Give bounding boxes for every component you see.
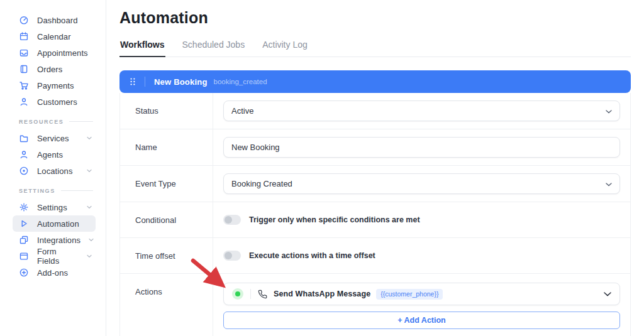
- conditional-label: Conditional: [120, 202, 213, 237]
- sidebar-item-appointments[interactable]: Appointments: [13, 45, 96, 61]
- workflow-settings-table: Status Active Name: [119, 93, 631, 336]
- status-select[interactable]: Active: [223, 100, 620, 121]
- sidebar-item-integrations[interactable]: Integrations: [13, 232, 96, 248]
- time-offset-label: Time offset: [120, 238, 213, 273]
- tab-activity-log[interactable]: Activity Log: [262, 38, 308, 57]
- chevron-down-icon: [606, 179, 612, 188]
- book-icon: [19, 64, 29, 74]
- conditional-toggle[interactable]: [223, 215, 241, 225]
- actions-label: Actions: [120, 274, 213, 336]
- sidebar-item-label: Services: [37, 134, 69, 143]
- conditional-toggle-text: Trigger only when specific conditions ar…: [249, 215, 420, 224]
- sidebar-item-label: Payments: [37, 81, 74, 90]
- folder-icon: [19, 133, 29, 143]
- sidebar-item-services[interactable]: Services: [13, 130, 96, 146]
- action-title: Send WhatsApp Message: [274, 290, 370, 298]
- sidebar-item-label: Calendar: [37, 32, 71, 41]
- phone-icon: [258, 290, 267, 299]
- name-input[interactable]: [223, 137, 620, 158]
- sidebar-item-agents[interactable]: Agents: [13, 146, 96, 163]
- sidebar-item-label: Automation: [37, 219, 79, 229]
- sidebar-item-locations[interactable]: Locations: [13, 163, 96, 179]
- person-icon: [19, 149, 29, 160]
- sidebar-item-dashboard[interactable]: Dashboard: [13, 12, 96, 28]
- sidebar-item-settings[interactable]: Settings: [13, 199, 96, 215]
- divider: [145, 77, 145, 87]
- action-variable-badge: {{customer_phone}}: [376, 289, 443, 300]
- sidebar-item-label: Customers: [37, 97, 77, 107]
- app-screen: Dashboard Calendar Appointments Orders P: [0, 0, 644, 336]
- sidebar-item-calendar[interactable]: Calendar: [13, 28, 96, 45]
- sidebar-item-label: Orders: [37, 65, 62, 74]
- tab-workflows[interactable]: Workflows: [119, 38, 165, 57]
- sidebar-item-customers[interactable]: Customers: [13, 94, 96, 110]
- sidebar-item-label: Integrations: [37, 236, 80, 245]
- row-status: Status Active: [120, 93, 630, 129]
- action-item-whatsapp[interactable]: Send WhatsApp Message {{customer_phone}}: [223, 283, 620, 305]
- window-icon: [19, 251, 29, 261]
- name-label: Name: [120, 129, 213, 165]
- sidebar-section-settings: SETTINGS: [19, 186, 93, 195]
- time-offset-toggle[interactable]: [223, 251, 241, 261]
- person-icon: [19, 97, 29, 107]
- chevron-down-icon: [604, 292, 611, 296]
- drag-handle-icon[interactable]: [128, 76, 137, 87]
- workflow-header-bar[interactable]: New Booking booking_created: [119, 70, 631, 93]
- sidebar-item-automation[interactable]: Automation: [13, 215, 96, 232]
- add-action-button[interactable]: + Add Action: [223, 312, 620, 329]
- tab-scheduled-jobs[interactable]: Scheduled Jobs: [182, 38, 246, 57]
- time-offset-toggle-text: Execute actions with a time offset: [249, 251, 375, 260]
- integrations-icon: [19, 235, 29, 245]
- sidebar-section-resources: RESOURCES: [19, 117, 93, 126]
- event-type-select[interactable]: Booking Created: [223, 173, 620, 194]
- row-actions: Actions Send WhatsApp Message {{customer…: [120, 274, 630, 336]
- chevron-down-icon: [606, 106, 612, 116]
- row-conditional: Conditional Trigger only when specific c…: [120, 202, 630, 238]
- gauge-icon: [19, 15, 29, 25]
- play-icon: [19, 219, 29, 229]
- add-action-label: + Add Action: [397, 316, 446, 325]
- location-target-icon: [19, 166, 29, 176]
- active-status-dot: [235, 291, 240, 296]
- event-type-select-value: Booking Created: [231, 179, 292, 188]
- main-content: Automation Workflows Scheduled Jobs Acti…: [119, 0, 631, 336]
- sidebar-item-label: Form Fields: [37, 247, 79, 266]
- page-title: Automation: [119, 9, 208, 27]
- status-label: Status: [120, 93, 213, 129]
- row-name: Name: [120, 129, 630, 166]
- inbox-icon: [19, 48, 29, 58]
- row-event-type: Event Type Booking Created: [120, 166, 630, 202]
- sidebar-item-form-fields[interactable]: Form Fields: [13, 248, 96, 264]
- gear-icon: [19, 202, 29, 212]
- workflow-name: New Booking: [154, 77, 208, 87]
- cart-icon: [19, 80, 29, 90]
- sidebar-item-label: Appointments: [37, 48, 88, 58]
- sidebar-item-orders[interactable]: Orders: [13, 61, 96, 77]
- event-type-label: Event Type: [120, 166, 213, 202]
- sidebar-item-label: Add-ons: [37, 268, 68, 278]
- sidebar-item-add-ons[interactable]: Add-ons: [13, 264, 96, 281]
- plus-circle-icon: [19, 268, 29, 278]
- workflow-event-code: booking_created: [214, 78, 267, 85]
- status-select-value: Active: [231, 106, 253, 116]
- chevron-down-icon: [87, 169, 92, 173]
- sidebar-item-label: Settings: [37, 203, 67, 212]
- sidebar-item-label: Locations: [37, 166, 73, 176]
- status-dot-halo: [232, 288, 243, 300]
- sidebar-item-label: Dashboard: [37, 16, 78, 25]
- sidebar-item-payments[interactable]: Payments: [13, 77, 96, 94]
- calendar-icon: [19, 31, 29, 41]
- row-time-offset: Time offset Execute actions with a time …: [120, 238, 630, 274]
- sidebar: Dashboard Calendar Appointments Orders P: [0, 0, 106, 336]
- divider: [250, 289, 251, 299]
- chevron-down-icon: [89, 238, 94, 242]
- chevron-down-icon: [87, 205, 92, 209]
- chevron-down-icon: [87, 136, 92, 140]
- sidebar-item-label: Agents: [37, 150, 63, 160]
- tab-bar: Workflows Scheduled Jobs Activity Log: [119, 38, 631, 57]
- chevron-down-icon: [87, 254, 92, 258]
